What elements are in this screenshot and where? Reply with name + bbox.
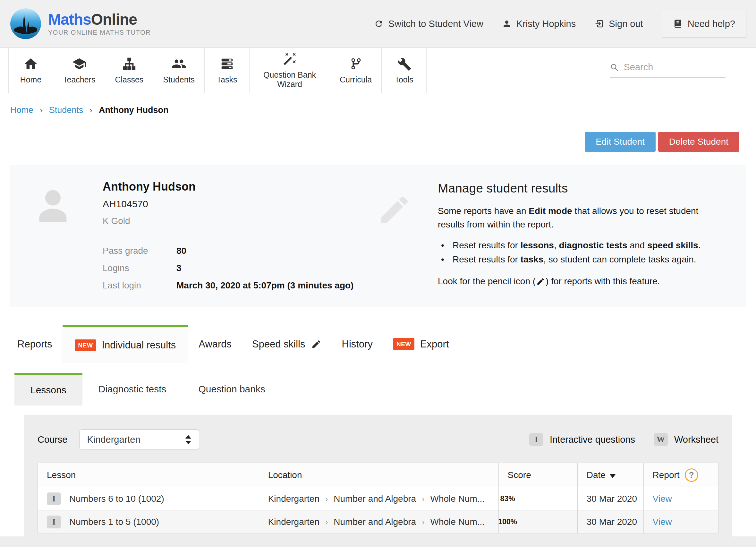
avatar-icon [34, 184, 72, 226]
nav-item-curricula[interactable]: Curricula [330, 48, 382, 93]
sign-out-label: Sign out [609, 19, 643, 29]
user-menu[interactable]: Kristy Hopkins [502, 19, 576, 29]
sign-out-icon [594, 19, 604, 29]
view-report-link[interactable]: View [653, 494, 672, 504]
detail-last-login: Last login March 30, 2020 at 5:07pm (3 m… [103, 279, 369, 292]
report-tabs: Reports NEW Individual results Awards Sp… [0, 325, 756, 363]
switch-student-view-label: Switch to Student View [388, 19, 483, 29]
mathsonline-logo-icon [10, 8, 42, 40]
graduation-cap-icon [72, 56, 87, 71]
course-label: Course [38, 434, 68, 445]
course-select[interactable]: Kindergarten [79, 429, 199, 450]
brand-tagline: YOUR ONLINE MATHS TUTOR [48, 29, 151, 36]
table-header-row: Lesson Location Score Date Report ? [38, 463, 718, 487]
individual-results-content: Lessons Diagnostic tests Question banks … [0, 363, 756, 536]
nav-item-teachers[interactable]: Teachers [53, 48, 105, 93]
report-help-icon[interactable]: ? [685, 468, 698, 482]
need-help-button[interactable]: Need help? [662, 10, 746, 38]
tab-individual-results[interactable]: NEW Individual results [63, 325, 189, 363]
col-report: Report ? [643, 463, 704, 487]
book-icon [673, 19, 683, 29]
subtab-lessons[interactable]: Lessons [14, 373, 82, 406]
switch-student-view-link[interactable]: Switch to Student View [374, 19, 483, 29]
user-icon [502, 19, 512, 29]
nav-item-classes[interactable]: Classes [105, 48, 153, 93]
header-menu: Switch to Student View Kristy Hopkins Si… [374, 10, 746, 38]
chevron-right-icon: › [422, 494, 424, 503]
table-row: INumbers 6 to 10 (1002) Kindergarten›Num… [38, 487, 718, 510]
manage-results-intro: Some reports have an Edit mode that allo… [438, 204, 723, 231]
student-name: Anthony Hudson [103, 180, 369, 193]
tab-speed-skills[interactable]: Speed skills [242, 325, 331, 363]
chevron-right-icon: › [422, 517, 424, 526]
detail-pass-grade: Pass grade 80 [103, 244, 369, 257]
view-report-link[interactable]: View [653, 517, 672, 527]
manage-results-bullets: • Reset results for lessons, diagnostic … [438, 238, 734, 267]
new-badge: NEW [393, 338, 414, 350]
student-summary: Anthony Hudson AH104570 K Gold Pass grad… [22, 180, 369, 292]
need-help-label: Need help? [688, 19, 735, 29]
pencil-icon [311, 339, 321, 349]
lesson-date: 30 Mar 2020 [577, 510, 643, 534]
student-actions: Edit Student Delete Student [0, 115, 756, 152]
lesson-type-legend: I Interactive questions W Worksheet [529, 433, 718, 446]
wrench-icon [397, 56, 412, 71]
subtab-diagnostic-tests[interactable]: Diagnostic tests [82, 373, 183, 406]
top-header: MathsOnline YOUR ONLINE MATHS TUTOR Swit… [0, 0, 756, 47]
users-icon [172, 56, 186, 71]
brand-name: MathsOnline [48, 12, 151, 28]
sort-desc-icon [609, 474, 616, 478]
brand-logo[interactable]: MathsOnline YOUR ONLINE MATHS TUTOR [10, 8, 151, 40]
main-nav: Home Teachers Classes Students Tasks Que… [0, 47, 756, 93]
nav-item-students[interactable]: Students [153, 48, 205, 93]
course-filter: Course Kindergarten [38, 429, 199, 450]
code-branch-icon [348, 56, 363, 71]
breadcrumb: Home › Students › Anthony Hudson [0, 93, 756, 115]
search-icon [610, 63, 618, 72]
delete-student-button[interactable]: Delete Student [658, 132, 739, 152]
col-location: Location [259, 463, 498, 487]
tab-reports[interactable]: Reports [7, 325, 63, 363]
worksheet-badge: W [654, 433, 668, 446]
manage-results-section: Manage student results Some reports have… [369, 180, 734, 292]
home-icon [23, 56, 38, 71]
subtab-question-banks[interactable]: Question banks [183, 373, 281, 406]
bullet-reset-tasks: • Reset results for tasks, so student ca… [438, 252, 734, 267]
nav-item-tools[interactable]: Tools [382, 48, 427, 93]
sitemap-icon [122, 56, 137, 71]
lesson-date: 30 Mar 2020 [577, 487, 643, 510]
col-score: Score [498, 463, 577, 487]
search-input[interactable] [624, 62, 726, 73]
edit-student-button[interactable]: Edit Student [585, 132, 656, 152]
col-date[interactable]: Date [577, 463, 643, 487]
detail-logins: Logins 3 [103, 262, 369, 275]
pencil-icon [377, 186, 412, 234]
pencil-icon [536, 277, 545, 286]
col-lesson: Lesson [38, 463, 259, 487]
nav-item-home[interactable]: Home [8, 48, 53, 93]
table-row: INumbers 1 to 5 (1000) Kindergarten›Numb… [38, 510, 718, 534]
magic-wand-icon [282, 52, 297, 66]
tasks-icon [220, 56, 234, 71]
student-info-panel: Anthony Hudson AH104570 K Gold Pass grad… [10, 165, 746, 307]
refresh-icon [374, 19, 384, 29]
user-name: Kristy Hopkins [516, 19, 576, 29]
tab-awards[interactable]: Awards [188, 325, 242, 363]
result-type-subtabs: Lessons Diagnostic tests Question banks [0, 373, 756, 406]
interactive-badge: I [47, 516, 61, 528]
lessons-panel: Course Kindergarten I Interactive questi… [24, 415, 732, 536]
chevron-right-icon: › [325, 517, 328, 526]
new-badge: NEW [75, 339, 96, 351]
tab-export[interactable]: NEW Export [383, 325, 459, 363]
tab-history[interactable]: History [332, 325, 383, 363]
breadcrumb-home-link[interactable]: Home [10, 105, 33, 115]
main-content: Home › Students › Anthony Hudson Edit St… [0, 93, 756, 536]
select-arrows-icon [185, 435, 191, 444]
sign-out-link[interactable]: Sign out [594, 19, 643, 29]
bullet-reset-lessons: • Reset results for lessons, diagnostic … [438, 238, 734, 252]
nav-item-tasks[interactable]: Tasks [205, 48, 250, 93]
nav-item-question-bank-wizard[interactable]: Question Bank Wizard [250, 48, 330, 93]
student-class: K Gold [103, 216, 369, 226]
chevron-right-icon: › [325, 494, 328, 503]
breadcrumb-students-link[interactable]: Students [49, 105, 83, 115]
